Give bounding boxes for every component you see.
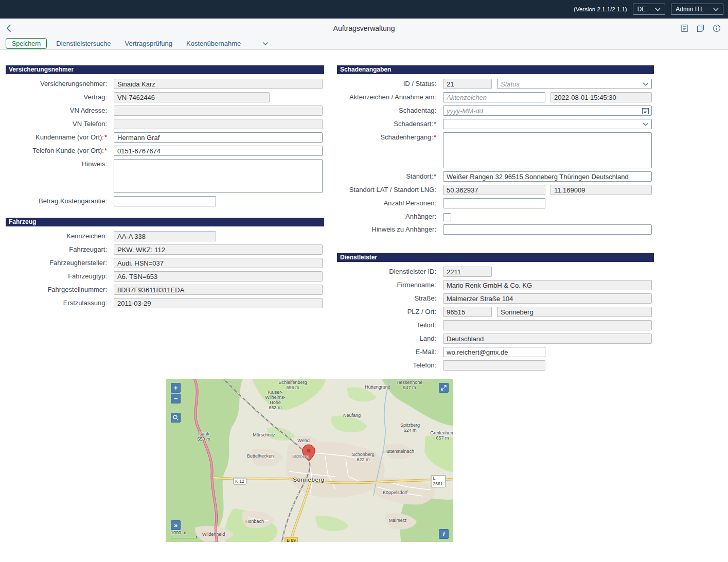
betrag-kostengarantie-label: Betrag Kostengarantie:	[6, 196, 114, 206]
user-select[interactable]: Admin ITL	[671, 4, 723, 15]
form-row: Straße:	[337, 293, 654, 304]
fullscreen-button[interactable]	[439, 383, 449, 393]
hinweis-anhaenger-input[interactable]	[443, 224, 652, 235]
ort-input[interactable]	[497, 307, 652, 317]
firmenname-input[interactable]	[443, 280, 652, 290]
back-button[interactable]	[6, 19, 11, 38]
fahrgestellnummer-input[interactable]	[114, 285, 323, 295]
aktenzeichen-input[interactable]	[443, 92, 545, 102]
form-row: Betrag Kostengarantie:	[6, 196, 324, 206]
vn-adresse-input[interactable]	[114, 106, 323, 116]
map-place-label: Schönberg622 m	[352, 452, 375, 462]
erstzulassung-input[interactable]	[114, 298, 323, 308]
map[interactable]: Schleifenberg695 mHüttengrundHessenhöhe6…	[166, 379, 453, 542]
chevron-down-icon[interactable]	[643, 122, 649, 126]
form-row: Kundenname (vor Ort):*	[6, 132, 324, 143]
id-status-label: ID / Status:	[337, 79, 443, 89]
strasse-label: Straße:	[337, 293, 443, 304]
form-row: Dienstleister ID:	[337, 267, 654, 277]
kundenname-input[interactable]	[114, 132, 323, 143]
save-button[interactable]: Speichern	[6, 38, 47, 49]
schadentag-datepicker[interactable]	[443, 106, 652, 116]
anhaenger-checkbox[interactable]	[443, 213, 451, 221]
provider-telefon-input[interactable]	[443, 360, 545, 371]
form-row: Anhänger:	[337, 212, 654, 222]
form-row: Versicherungsnehmer:	[6, 79, 324, 89]
tab-vertragspruefung[interactable]: Vertragsprüfung	[125, 40, 173, 47]
form-row: Fahrzeughersteller:	[6, 258, 324, 268]
copy-page-icon[interactable]	[697, 24, 704, 32]
telefon-kunde-input[interactable]	[114, 146, 323, 156]
section-versicherungsnehmer: Versicherungsnehmer Versicherungsnehmer:…	[6, 65, 324, 206]
form-row: Fahrzeugtyp:	[6, 271, 324, 282]
map-place-label: Hessenhöhe647 m	[397, 380, 423, 390]
land-label: Land:	[337, 333, 443, 344]
schadentag-input[interactable]	[443, 106, 640, 115]
schadensart-select[interactable]	[443, 119, 652, 129]
vn-telefon-input[interactable]	[114, 119, 323, 129]
search-icon	[173, 415, 179, 420]
land-input[interactable]	[443, 333, 652, 344]
section-title-versicherungsnehmer: Versicherungsnehmer	[6, 65, 324, 74]
map-info-button[interactable]: i	[439, 529, 449, 539]
betrag-kostengarantie-input[interactable]	[114, 196, 216, 206]
fahrgestellnummer-label: Fahrgestellnummer:	[6, 285, 114, 295]
strasse-input[interactable]	[443, 293, 652, 304]
vertrag-input[interactable]	[114, 92, 270, 102]
map-place-label: Spitzberg624 m	[400, 423, 420, 433]
calendar-icon[interactable]	[642, 108, 649, 114]
zoom-in-button[interactable]: +	[171, 383, 181, 393]
map-search-button[interactable]	[171, 413, 181, 423]
claim-id-input[interactable]	[443, 79, 492, 89]
language-select-value: DE	[637, 6, 646, 13]
tab-dienstleistersuche[interactable]: Dienstleistersuche	[56, 40, 111, 47]
fahrzeugtyp-input[interactable]	[114, 271, 323, 282]
form-row: Schadentag:	[337, 106, 654, 116]
fahrzeughersteller-input[interactable]	[114, 258, 323, 268]
schadensart-select-input[interactable]	[443, 119, 641, 129]
dienstleister-id-label: Dienstleister ID:	[337, 267, 443, 277]
toolbar-overflow-button[interactable]	[262, 42, 269, 46]
tab-kostenuebernahme[interactable]: Kostenübernahme	[186, 40, 241, 47]
status-select[interactable]	[497, 79, 652, 89]
content-area: Versicherungsnehmer Versicherungsnehmer:…	[0, 50, 728, 562]
info-icon[interactable]	[713, 24, 721, 32]
schadenhergang-textarea[interactable]	[443, 132, 652, 168]
versicherungsnehmer-input[interactable]	[114, 79, 323, 89]
form-row: Firmenname:	[337, 280, 654, 290]
kennzeichen-input[interactable]	[114, 231, 216, 241]
map-place-label: Kaiser-Wilhelms-Höhe653 m	[265, 390, 286, 410]
anzahl-personen-label: Anzahl Personen:	[337, 198, 443, 208]
teilort-input[interactable]	[443, 320, 652, 330]
anzahl-personen-input[interactable]	[443, 198, 545, 208]
language-select[interactable]: DE	[633, 4, 666, 15]
map-place-label: Wehd	[297, 438, 309, 443]
email-input[interactable]	[443, 347, 545, 357]
map-place-label: Eichberg	[292, 454, 309, 459]
zoom-out-button[interactable]: −	[171, 394, 181, 403]
map-place-label: Neufang	[343, 413, 361, 418]
standort-lat-input[interactable]	[443, 185, 545, 195]
road-shield: K 12	[233, 478, 246, 485]
form-row: VN Telefon:	[6, 119, 324, 129]
dienstleister-id-input[interactable]	[443, 267, 492, 277]
plz-input[interactable]	[443, 307, 492, 317]
status-select-input[interactable]	[498, 79, 641, 89]
schadentag-label: Schadentag:	[337, 106, 443, 116]
map-place-label: Hüttengrund	[365, 384, 390, 390]
layers-toggle-button[interactable]: »	[171, 520, 181, 530]
fahrzeugart-input[interactable]	[114, 244, 323, 255]
chevron-down-icon	[262, 42, 269, 46]
hinweis-textarea[interactable]	[114, 159, 323, 193]
schadensart-label: Schadensart:*	[337, 119, 443, 129]
standort-label: Standort:*	[337, 171, 443, 182]
standort-input[interactable]	[443, 171, 652, 182]
fahrzeughersteller-label: Fahrzeughersteller:	[6, 258, 114, 268]
chevron-down-icon[interactable]	[643, 82, 649, 86]
required-asterisk: *	[434, 172, 436, 180]
road-shield: L 2661	[431, 475, 446, 487]
schadenhergang-label: Schadenhergang:*	[337, 132, 443, 143]
standort-lng-input[interactable]	[551, 185, 652, 195]
annahme-am-input[interactable]	[551, 92, 652, 102]
form-overview-icon[interactable]	[681, 24, 688, 32]
